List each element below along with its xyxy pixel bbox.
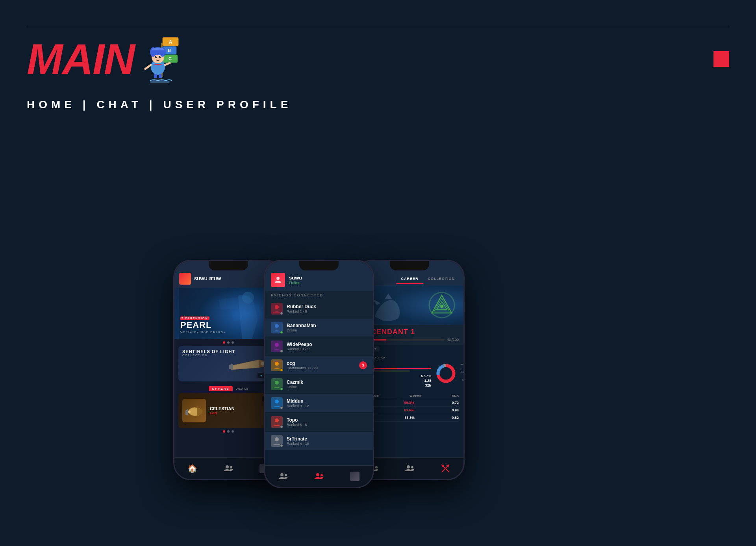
p2-friend-item[interactable]: Middun Ranked 9 - 12: [265, 394, 373, 412]
svg-text:C: C: [169, 56, 172, 61]
p2-friend-name: WIdePeepo: [287, 342, 367, 347]
p1-map-name: PEARL: [180, 320, 226, 330]
p2-friends-section: FRIENDS CONNECTED: [265, 291, 373, 300]
p2-nav-profile[interactable]: [349, 471, 360, 482]
p2-friend-name: SrTrinate: [287, 436, 367, 442]
p2-friend-badge: 3: [359, 361, 367, 369]
p3-rank-label: ASCENDANT 1: [360, 328, 459, 336]
p2-friend-item[interactable]: Rubber Duck Ranked 1 - 0: [265, 300, 373, 318]
svg-point-30: [275, 324, 279, 328]
p2-friends-label: FRIENDS CONNECTED: [271, 293, 367, 297]
p3-table-row: 15h 59.3% 0.72: [360, 399, 459, 407]
offers-label: OFFERS: [209, 386, 232, 391]
p2-friend-avatar: [271, 322, 283, 333]
p2-friend-info: WIdePeepo Ranked 10 - 11: [287, 342, 367, 351]
p1-hero-text: 5 DIMENSION PEARL OFFICIAL MAP REVEAL: [180, 316, 226, 333]
p2-friend-status: Ranked 9 - 12: [287, 404, 367, 408]
p1-collection-sub: COLLECTION: [182, 354, 208, 357]
svg-point-34: [275, 362, 279, 366]
phone2-notch: [299, 261, 339, 270]
p2-friend-status: Online: [287, 385, 367, 389]
p2-friend-name: Rubber Duck: [287, 304, 367, 309]
svg-text:B: B: [168, 48, 171, 53]
offers-timer: 07:14:00: [236, 387, 248, 391]
svg-point-14: [156, 56, 157, 57]
svg-point-15: [160, 56, 161, 57]
p2-nav-friends-active[interactable]: [313, 471, 324, 482]
p1-nav-friends[interactable]: [223, 463, 234, 474]
p2-friend-item[interactable]: BanannaMan Online: [265, 318, 373, 337]
p2-friend-item[interactable]: WIdePeepo Ranked 10 - 11: [265, 337, 373, 355]
p2-friend-status: Deathmatch 30 - 29: [287, 366, 355, 370]
p3-progress-text: 31/100: [448, 338, 459, 342]
p2-friend-avatar: [271, 341, 283, 352]
p2-friend-status: Ranked 1 - 0: [287, 309, 367, 313]
p2-nav-home[interactable]: [278, 471, 289, 482]
p2-friend-avatar: [271, 378, 283, 390]
svg-text:A: A: [169, 39, 172, 45]
p1-map-sub: OFFICIAL MAP REVEAL: [180, 330, 226, 333]
p3-tabs: CAREER COLLECTION: [396, 274, 460, 284]
p3-rank-progress: 31/100: [360, 338, 459, 342]
p2-friend-status: Ranked 10 - 11: [287, 347, 367, 351]
phone3-notch: [390, 261, 429, 270]
header: MAIN A B C: [27, 35, 193, 83]
phones-showcase: SUWU #EUW 6,645 100: [161, 126, 595, 512]
svg-point-40: [275, 418, 279, 422]
p3-stats-main: Matches Winrate 57.7% KDA 1.28: [360, 363, 459, 387]
p3-nav-profile[interactable]: [440, 463, 451, 474]
p1-sentinels-banner: SENTINELS OF LIGHT COLLECTION ▼ 8,700: [178, 346, 278, 381]
dot-3: [232, 341, 234, 344]
p3-tab-career[interactable]: CAREER: [396, 274, 423, 284]
p2-friend-name: ocg: [287, 361, 355, 366]
svg-point-48: [440, 305, 443, 308]
p1-offer-celestian: WAST SPEC CELESTIAN F: [178, 393, 278, 428]
svg-point-38: [275, 400, 279, 403]
p2-friend-info: Topo Ranked 5 - 8: [287, 417, 367, 427]
p1-offer-info: CELESTIAN FAN: [210, 406, 234, 415]
p2-friend-item[interactable]: Cazmik Online: [265, 375, 373, 393]
p2-friend-status: Online: [287, 328, 367, 332]
p2-user-info: suwu Online: [289, 275, 367, 285]
p2-friend-avatar: [271, 303, 283, 315]
p2-friend-item[interactable]: SrTrinate Ranked 4 - 10: [265, 432, 373, 450]
p2-friend-status: Ranked 4 - 10: [287, 442, 367, 446]
nav-links: HOME | CHAT | USER PROFILE: [27, 98, 292, 111]
p3-table-row: 1.8h 33.3% 0.82: [360, 414, 459, 422]
p2-friend-item[interactable]: ocg Deathmatch 30 - 29 3: [265, 356, 373, 374]
main-title: MAIN: [27, 37, 134, 81]
p2-friend-info: ocg Deathmatch 30 - 29: [287, 361, 355, 370]
phone1-notch: [209, 261, 248, 270]
p2-friend-avatar: [271, 397, 283, 409]
p2-bottom-nav: [265, 465, 373, 487]
dot-1: [223, 341, 225, 344]
svg-point-13: [159, 56, 161, 58]
dot-2: [227, 341, 230, 344]
p2-friend-avatar: [271, 435, 283, 447]
p2-friend-list: Rubber Duck Ranked 1 - 0 BanannaMan Onli…: [265, 300, 373, 450]
p1-nav-home[interactable]: 🏠: [187, 463, 198, 474]
p2-friend-name: Middun: [287, 398, 367, 404]
p3-overview-title: OVERVIEW: [360, 356, 459, 360]
p3-nav-friends[interactable]: [404, 463, 415, 474]
p1-avatar: [179, 273, 191, 285]
top-divider: [27, 27, 729, 27]
svg-line-21: [165, 63, 170, 65]
p2-friend-name: Cazmik: [287, 379, 367, 385]
p2-friend-info: Cazmik Online: [287, 379, 367, 389]
p3-table-header: Time Played Winrate KDA: [360, 393, 459, 399]
p2-friend-name: Topo: [287, 417, 367, 423]
p2-friend-status: Ranked 5 - 8: [287, 423, 367, 427]
p3-tab-collection[interactable]: COLLECTION: [423, 274, 460, 284]
mascot-character: A B C: [142, 31, 193, 83]
svg-point-42: [275, 437, 279, 441]
svg-point-32: [275, 343, 279, 347]
svg-point-36: [275, 381, 279, 385]
p2-friend-item[interactable]: Topo Ranked 5 - 8: [265, 413, 373, 431]
svg-point-12: [155, 56, 157, 58]
p3-table-row: 14h 63.6% 0.94: [360, 407, 459, 414]
p1-weapon-thumb: [182, 399, 206, 422]
p2-friend-avatar: [271, 359, 283, 371]
svg-point-28: [275, 305, 279, 309]
svg-point-26: [188, 411, 191, 413]
